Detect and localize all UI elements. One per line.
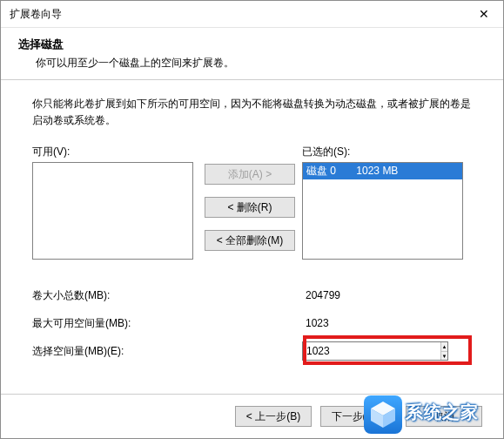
add-button[interactable]: 添加(A) > xyxy=(205,164,295,185)
back-button[interactable]: < 上一步(B) xyxy=(235,406,312,427)
close-icon: ✕ xyxy=(479,7,489,21)
total-size-label: 卷大小总数(MB): xyxy=(32,288,302,303)
selected-listbox[interactable]: 磁盘 0 1023 MB xyxy=(302,162,463,260)
select-amount-label: 选择空间量(MB)(E): xyxy=(32,344,302,359)
spin-down-button[interactable]: ▼ xyxy=(441,352,447,361)
total-size-value: 204799 xyxy=(302,289,457,301)
max-space-value: 1023 xyxy=(302,317,457,329)
chevron-down-icon: ▼ xyxy=(442,354,447,359)
cancel-button[interactable]: 取消 xyxy=(406,406,482,427)
close-button[interactable]: ✕ xyxy=(465,1,503,27)
selected-label: 已选的(S): xyxy=(302,145,459,159)
titlebar: 扩展卷向导 ✕ xyxy=(1,1,503,28)
page-heading: 选择磁盘 xyxy=(18,37,486,52)
wizard-footer: < 上一步(B) 下一步(N) > 取消 xyxy=(1,394,503,438)
description-text: 你只能将此卷扩展到如下所示的可用空间，因为不能将磁盘转换为动态磁盘，或者被扩展的… xyxy=(32,96,472,129)
wizard-header: 选择磁盘 你可以用至少一个磁盘上的空间来扩展卷。 xyxy=(1,28,503,80)
next-button[interactable]: 下一步(N) > xyxy=(320,406,397,427)
size-form: 卷大小总数(MB): 204799 最大可用空间量(MB): 1023 选择空间… xyxy=(32,282,472,364)
wizard-window: 扩展卷向导 ✕ 选择磁盘 你可以用至少一个磁盘上的空间来扩展卷。 你只能将此卷扩… xyxy=(0,0,504,439)
amount-spinner[interactable]: ▲ ▼ xyxy=(302,341,448,361)
window-title: 扩展卷向导 xyxy=(1,7,465,22)
list-item[interactable]: 磁盘 0 1023 MB xyxy=(303,163,462,179)
disk-picker: 可用(V): 添加(A) > < 删除(R) < 全部删除(M) 已选的(S):… xyxy=(32,145,472,260)
spinner-buttons: ▲ ▼ xyxy=(440,342,447,360)
content-area: 你只能将此卷扩展到如下所示的可用空间，因为不能将磁盘转换为动态磁盘，或者被扩展的… xyxy=(1,80,503,394)
available-label: 可用(V): xyxy=(32,145,198,159)
spin-up-button[interactable]: ▲ xyxy=(441,342,447,352)
page-subheading: 你可以用至少一个磁盘上的空间来扩展卷。 xyxy=(18,56,486,71)
chevron-up-icon: ▲ xyxy=(442,344,447,349)
remove-all-button[interactable]: < 全部删除(M) xyxy=(205,230,295,251)
available-listbox[interactable] xyxy=(32,162,193,260)
amount-input[interactable] xyxy=(303,342,440,360)
max-space-label: 最大可用空间量(MB): xyxy=(32,316,302,331)
remove-button[interactable]: < 删除(R) xyxy=(205,197,295,218)
